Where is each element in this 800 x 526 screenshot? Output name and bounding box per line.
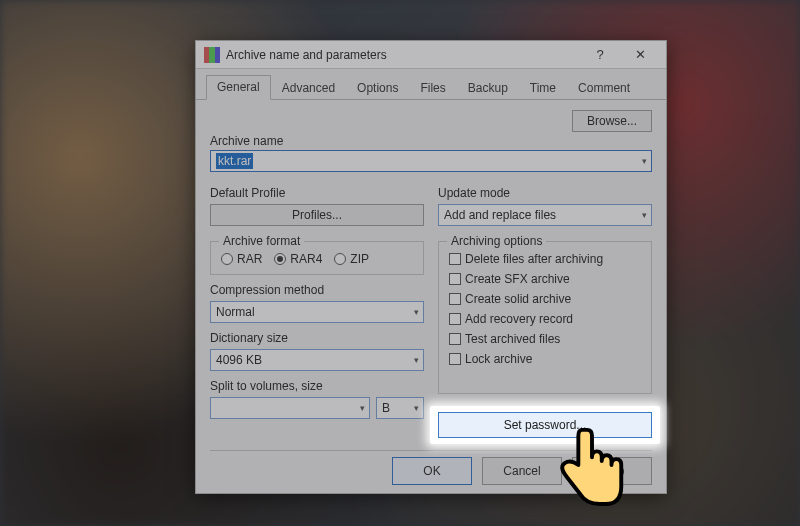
archiving-options-legend: Archiving options [447,234,546,248]
pointer-hand-icon [553,420,631,508]
tab-strip: General Advanced Options Files Backup Ti… [196,69,666,100]
split-label: Split to volumes, size [210,379,424,393]
compression-block: Compression method Normal ▾ [210,283,424,323]
format-rar4[interactable]: RAR4 [274,252,322,266]
tab-backup[interactable]: Backup [457,76,519,100]
dictionary-block: Dictionary size 4096 KB ▾ [210,331,424,371]
chevron-down-icon: ▾ [414,355,419,365]
left-column: Archive format RAR RAR4 ZIP Compression … [210,241,424,438]
close-button[interactable]: ✕ [620,42,660,68]
dialog-title: Archive name and parameters [226,48,580,62]
tab-comment[interactable]: Comment [567,76,641,100]
profiles-button[interactable]: Profiles... [210,204,424,226]
archiving-options-group: Archiving options Delete files after arc… [438,241,652,394]
dictionary-select[interactable]: 4096 KB ▾ [210,349,424,371]
split-size-input[interactable]: ▾ [210,397,370,419]
opt-add-recovery[interactable]: Add recovery record [449,312,641,326]
tab-general[interactable]: General [206,75,271,100]
chevron-down-icon: ▾ [414,403,419,413]
compression-select[interactable]: Normal ▾ [210,301,424,323]
format-zip[interactable]: ZIP [334,252,369,266]
archive-name-input[interactable]: kkt.rar ▾ [210,150,652,172]
archive-format-group: Archive format RAR RAR4 ZIP [210,241,424,275]
browse-button[interactable]: Browse... [572,110,652,132]
tab-advanced[interactable]: Advanced [271,76,346,100]
opt-create-solid[interactable]: Create solid archive [449,292,641,306]
default-profile-block: Default Profile Profiles... [210,186,424,232]
compression-label: Compression method [210,283,424,297]
default-profile-label: Default Profile [210,186,424,200]
update-mode-select[interactable]: Add and replace files ▾ [438,204,652,226]
split-block: Split to volumes, size ▾ B ▾ [210,379,424,419]
chevron-down-icon: ▾ [414,307,419,317]
format-rar[interactable]: RAR [221,252,262,266]
titlebar: Archive name and parameters ? ✕ [196,41,666,69]
opt-delete-after[interactable]: Delete files after archiving [449,252,641,266]
cancel-button[interactable]: Cancel [482,457,562,485]
update-mode-block: Update mode Add and replace files ▾ [438,186,652,232]
opt-test-archived[interactable]: Test archived files [449,332,641,346]
dictionary-value: 4096 KB [216,353,262,367]
chevron-down-icon: ▾ [360,403,365,413]
archive-name-row: Browse... Archive name kkt.rar ▾ [210,110,652,178]
chevron-down-icon: ▾ [642,156,647,166]
update-mode-value: Add and replace files [444,208,556,222]
ok-button[interactable]: OK [392,457,472,485]
tab-files[interactable]: Files [409,76,456,100]
archive-name-label: Archive name [210,134,652,148]
tab-options[interactable]: Options [346,76,409,100]
tab-time[interactable]: Time [519,76,567,100]
opt-create-sfx[interactable]: Create SFX archive [449,272,641,286]
update-mode-label: Update mode [438,186,652,200]
dictionary-label: Dictionary size [210,331,424,345]
compression-value: Normal [216,305,255,319]
opt-lock-archive[interactable]: Lock archive [449,352,641,366]
split-unit-select[interactable]: B ▾ [376,397,424,419]
split-unit-value: B [382,401,390,415]
winrar-icon [204,47,220,63]
chevron-down-icon: ▾ [642,210,647,220]
archive-format-legend: Archive format [219,234,304,248]
archive-name-value: kkt.rar [216,153,253,169]
help-button[interactable]: ? [580,42,620,68]
